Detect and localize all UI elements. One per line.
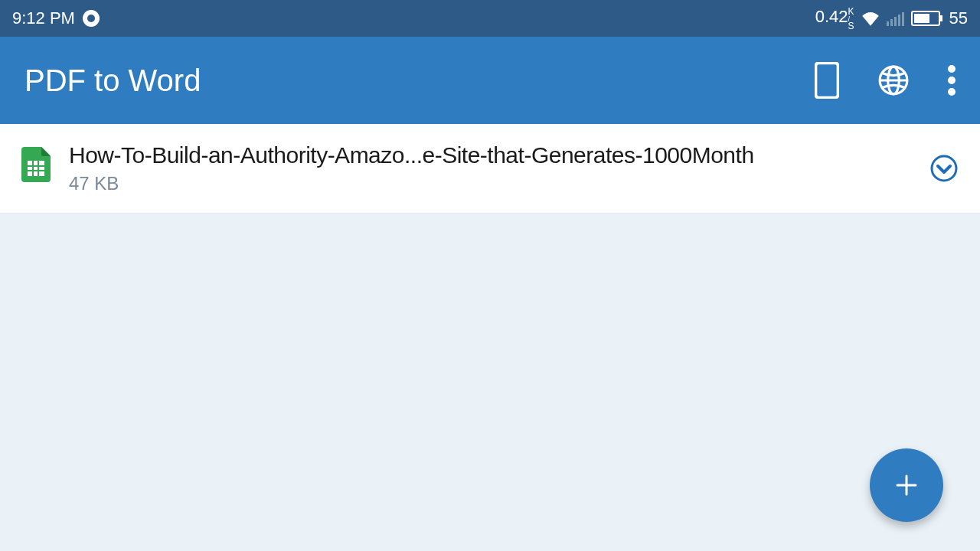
globe-icon[interactable] [877,64,910,96]
svg-rect-6 [914,14,929,23]
file-row[interactable]: How-To-Build-an-Authority-Amazo...e-Site… [0,124,980,213]
svg-rect-7 [940,15,942,21]
plus-icon [891,470,922,500]
device-icon[interactable] [815,62,839,99]
more-menu-icon[interactable] [948,65,956,96]
chrome-icon [83,10,100,27]
svg-rect-2 [894,17,897,26]
svg-point-14 [948,77,956,84]
svg-rect-1 [890,19,893,26]
speed-value: 0.42 [815,7,848,27]
app-title: PDF to Word [24,64,201,98]
status-right: 0.42 K / S [815,7,968,31]
svg-point-15 [948,88,956,96]
svg-rect-16 [28,161,44,176]
svg-rect-0 [887,21,889,26]
app-actions [815,62,956,99]
spreadsheet-file-icon [21,147,51,182]
svg-rect-4 [902,12,904,26]
status-bar: 9:12 PM 0.42 K / S [0,0,980,37]
battery-percent: 55 [949,8,968,28]
app-bar: PDF to Word [0,37,980,124]
svg-point-21 [932,156,956,181]
file-info: How-To-Build-an-Authority-Amazo...e-Site… [69,142,911,194]
svg-point-13 [948,65,956,73]
svg-rect-3 [898,15,900,26]
expand-row-button[interactable] [929,154,959,183]
status-time: 9:12 PM [12,8,75,28]
status-left: 9:12 PM [12,8,100,28]
add-fab[interactable] [870,448,943,522]
signal-icon [887,11,905,26]
network-speed: 0.42 K / S [815,7,854,31]
speed-unit: K / S [848,7,854,31]
file-size: 47 KB [69,173,911,194]
wifi-icon [861,11,880,26]
file-list: How-To-Build-an-Authority-Amazo...e-Site… [0,124,980,214]
file-name: How-To-Build-an-Authority-Amazo...e-Site… [69,142,911,168]
battery-icon [911,11,943,26]
